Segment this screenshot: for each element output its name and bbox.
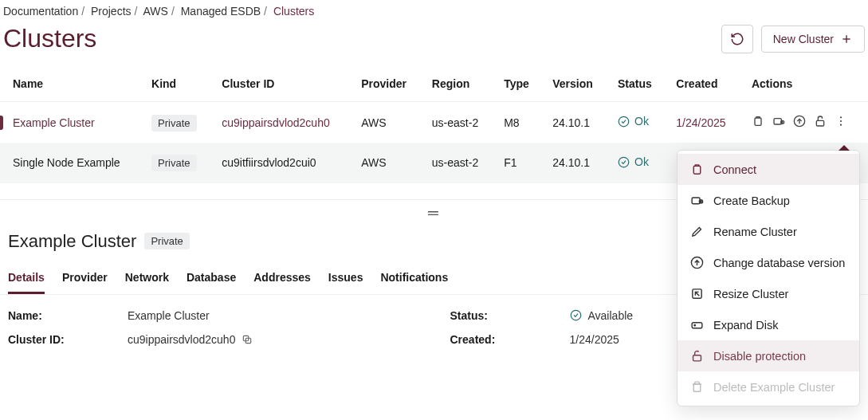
- tab-issues[interactable]: Issues: [328, 265, 363, 294]
- menu-item-label: Create Backup: [713, 194, 790, 207]
- check-circle-icon: [618, 156, 630, 168]
- connect-icon[interactable]: [752, 115, 764, 128]
- menu-resize[interactable]: Resize Cluster: [678, 278, 859, 309]
- provider-cell: AWS: [352, 102, 422, 143]
- type-cell: M8: [494, 102, 543, 143]
- version-cell: 24.10.1: [543, 102, 608, 143]
- col-region: Region: [422, 66, 494, 102]
- svg-rect-3: [755, 118, 761, 125]
- lock-open-icon[interactable]: [814, 115, 827, 128]
- type-cell: F1: [494, 143, 543, 183]
- status-badge: Ok: [618, 155, 649, 168]
- table-row[interactable]: Example Cluster Private cu9ippairsdvlod2…: [0, 102, 868, 143]
- field-name-value: Example Cluster: [128, 309, 210, 322]
- col-type: Type: [494, 66, 543, 102]
- menu-item-label: Rename Cluster: [713, 226, 797, 238]
- breadcrumb-item[interactable]: Documentation: [3, 5, 78, 18]
- tab-network[interactable]: Network: [125, 265, 169, 294]
- svg-rect-16: [693, 166, 701, 174]
- col-kind: Kind: [142, 66, 212, 102]
- backup-icon[interactable]: [772, 115, 785, 128]
- breadcrumb-item[interactable]: Projects: [91, 5, 132, 18]
- cluster-name-link[interactable]: Single Node Example: [13, 156, 120, 169]
- svg-rect-4: [774, 119, 781, 124]
- kind-badge: Private: [144, 233, 189, 249]
- menu-rename[interactable]: Rename Cluster: [678, 216, 859, 247]
- menu-item-label: Connect: [713, 163, 756, 176]
- detail-title: Example Cluster: [8, 231, 136, 252]
- breadcrumb-current: Clusters: [273, 5, 314, 18]
- refresh-button[interactable]: [721, 25, 753, 53]
- backup-icon: [690, 194, 704, 207]
- cluster-id: cu9itfiirsdvlod2cui0: [212, 143, 352, 183]
- row-actions-menu: Connect Create Backup Rename Cluster Cha…: [677, 150, 860, 371]
- tab-addresses[interactable]: Addresses: [253, 265, 311, 294]
- region-cell: us-east-2: [422, 102, 494, 143]
- breadcrumb: Documentation/ Projects/ AWS/ Managed ES…: [0, 0, 868, 22]
- version-cell: 24.10.1: [543, 143, 608, 183]
- svg-point-26: [694, 325, 695, 326]
- connect-icon: [690, 163, 704, 176]
- menu-expand-disk[interactable]: Expand Disk: [678, 309, 859, 340]
- check-circle-icon: [570, 309, 582, 321]
- tab-details[interactable]: Details: [8, 265, 45, 294]
- col-name: Name: [3, 66, 142, 102]
- svg-rect-25: [692, 323, 702, 328]
- col-version: Version: [543, 66, 608, 102]
- breadcrumb-item[interactable]: Managed ESDB: [181, 5, 261, 18]
- menu-connect[interactable]: Connect: [678, 154, 859, 185]
- menu-item-label: Disable protection: [713, 350, 806, 363]
- svg-rect-27: [693, 355, 701, 361]
- page-header: Clusters New Cluster: [0, 22, 868, 66]
- menu-change-version[interactable]: Change database version: [678, 247, 859, 278]
- new-cluster-button[interactable]: New Cluster: [761, 26, 865, 53]
- tab-notifications[interactable]: Notifications: [380, 265, 448, 294]
- status-badge: Ok: [618, 115, 649, 128]
- page-title: Clusters: [3, 24, 96, 53]
- menu-create-backup[interactable]: Create Backup: [678, 185, 859, 216]
- svg-point-15: [571, 310, 581, 320]
- tab-database[interactable]: Database: [187, 265, 236, 294]
- kind-badge: Private: [151, 115, 196, 131]
- created-cell: 1/24/2025: [676, 116, 725, 129]
- cluster-name-link[interactable]: Example Cluster: [13, 116, 95, 129]
- svg-point-11: [840, 124, 842, 126]
- region-cell: us-east-2: [422, 143, 494, 183]
- copy-icon[interactable]: [242, 334, 253, 345]
- field-cluster-id-value: cu9ippairsdvlod2cuh0: [128, 333, 253, 346]
- menu-item-label: Resize Cluster: [713, 288, 788, 300]
- field-created-label: Created:: [450, 333, 570, 346]
- svg-line-24: [695, 292, 699, 296]
- field-status-value: Available: [570, 309, 634, 322]
- menu-item-label: Change database version: [713, 257, 845, 269]
- resize-icon: [690, 287, 704, 300]
- pencil-icon: [690, 225, 704, 238]
- col-provider: Provider: [352, 66, 422, 102]
- header-actions: New Cluster: [721, 25, 865, 53]
- col-cluster-id: Cluster ID: [212, 66, 352, 102]
- provider-cell: AWS: [352, 143, 422, 183]
- svg-point-12: [619, 157, 629, 167]
- more-icon[interactable]: [835, 115, 847, 128]
- breadcrumb-item[interactable]: AWS: [143, 5, 168, 18]
- field-status-label: Status:: [450, 309, 570, 322]
- disk-icon: [690, 318, 704, 332]
- svg-rect-17: [692, 198, 700, 204]
- field-cluster-id-label: Cluster ID:: [8, 333, 128, 346]
- svg-point-10: [840, 120, 842, 122]
- svg-point-2: [619, 116, 629, 127]
- cluster-id[interactable]: cu9ippairsdvlod2cuh0: [222, 116, 329, 129]
- menu-item-label: Expand Disk: [713, 319, 778, 332]
- check-circle-icon: [618, 116, 630, 128]
- field-created-value: 1/24/2025: [570, 333, 619, 346]
- new-cluster-label: New Cluster: [773, 33, 834, 45]
- row-actions: [752, 115, 847, 128]
- menu-disable-protection[interactable]: Disable protection: [678, 340, 859, 371]
- svg-point-9: [840, 116, 842, 118]
- kind-badge: Private: [151, 155, 196, 171]
- upgrade-icon[interactable]: [793, 115, 806, 128]
- upgrade-icon: [690, 256, 704, 269]
- field-name-label: Name:: [8, 309, 128, 322]
- svg-rect-8: [816, 120, 823, 126]
- tab-provider[interactable]: Provider: [62, 265, 108, 294]
